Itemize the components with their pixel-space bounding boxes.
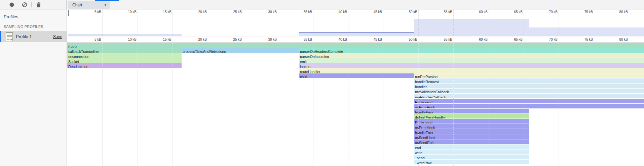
flame-bar[interactable]: processTicksAndRejections	[182, 48, 299, 53]
flame-bar[interactable]: handler	[414, 84, 644, 88]
grid-dashline	[313, 9, 313, 36]
flame-bar[interactable]: emit	[299, 58, 644, 63]
flame-bar-label: handleRequest	[414, 80, 439, 83]
clear-all-icon	[22, 2, 27, 7]
flame-bar[interactable]: handleError	[414, 109, 529, 114]
grid-dashline	[313, 43, 313, 166]
axis-tick-label: 60 kB	[472, 9, 488, 14]
axis-tick-label: 25 kB	[226, 9, 242, 14]
save-link[interactable]: Save	[53, 34, 62, 39]
axis-tick-label: 80 kB	[612, 37, 628, 42]
chart-view-select-label: Chart	[72, 3, 104, 7]
overview-area-segment	[414, 19, 529, 36]
flame-bar-label: _writeRaw	[414, 161, 431, 164]
flame-bar[interactable]: onSendHook	[414, 134, 529, 139]
grid-dashline	[102, 9, 103, 36]
grid-dashline	[383, 43, 383, 166]
chart-view-select[interactable]: Chart ▼	[68, 1, 110, 9]
overview-pane[interactable]: 5 kB10 kB15 kB20 kB25 kB30 kB35 kB40 kB4…	[67, 9, 644, 36]
record-icon	[9, 2, 14, 7]
grid-dashline	[559, 43, 559, 166]
axis-tick-label: 15 kB	[156, 37, 172, 42]
flame-bar-label: processTicksAndRejections	[182, 49, 226, 53]
flame-bar[interactable]: parserOnIncoming	[299, 53, 644, 58]
grid-dashline	[208, 9, 208, 36]
grid-dashline	[453, 43, 454, 166]
flame-bar[interactable]: onSendEnd	[414, 139, 529, 144]
flame-bar[interactable]: end	[414, 144, 529, 149]
flame-bar[interactable]: defaultErrorHandler	[414, 114, 529, 119]
flame-bar[interactable]: Reply.send	[414, 99, 644, 104]
clear-all-button[interactable]	[21, 1, 28, 8]
flame-bar[interactable]: Socket	[67, 58, 182, 63]
flame-bar[interactable]: write_	[414, 150, 529, 154]
axis-tick-label: 15 kB	[156, 9, 172, 14]
toolbar: Chart ▼	[0, 0, 644, 9]
axis-tick-label: 40 kB	[332, 37, 347, 42]
profile-name: Profile 1	[16, 34, 53, 39]
flame-bar-label: Reply.send	[414, 100, 432, 104]
axis-tick-label: 35 kB	[297, 9, 312, 14]
grid-dashline	[418, 9, 419, 36]
flame-bar[interactable]: handleError	[414, 129, 529, 134]
flame-bar[interactable]: preHandlerCallback	[414, 94, 644, 99]
axis-tick-label: 5 kB	[86, 9, 101, 14]
axis-tick-label: 45 kB	[367, 9, 382, 14]
flame-bar-label: callbackTrampoline	[67, 49, 99, 53]
overview-window-left-handle[interactable]	[68, 10, 69, 16]
record-button[interactable]	[8, 1, 15, 8]
chevron-down-icon: ▼	[104, 3, 107, 7]
flame-chart[interactable]: (root)callbackTrampolineprocessTicksAndR…	[67, 43, 644, 166]
flame-bar-label: defaultErrorHandler	[414, 115, 446, 119]
flame-bar-label: parserOnIncoming	[299, 55, 329, 58]
flame-bar[interactable]: Reply.send	[414, 119, 529, 124]
grid-dashline	[524, 43, 524, 166]
profile-list-item[interactable]: % Profile 1 Save	[0, 31, 67, 42]
grid-dashline	[138, 9, 138, 36]
flame-bar-label: handleError	[414, 110, 433, 114]
axis-tick-label: 40 kB	[332, 9, 347, 14]
delete-profile-button[interactable]	[35, 1, 42, 8]
flame-bar-label: handler	[414, 85, 427, 88]
flame-bar[interactable]: _send	[414, 155, 529, 159]
flame-bar-label: handleError	[414, 131, 433, 134]
axis-tick-label: 5 kB	[86, 37, 101, 42]
flame-bar[interactable]: _writeRaw	[414, 160, 529, 164]
axis-tick-label: 10 kB	[121, 37, 137, 42]
axis-tick-label: 75 kB	[577, 9, 593, 14]
flame-bar[interactable]: parserOnHeadersComplete	[299, 48, 644, 53]
flame-bar[interactable]: child	[299, 73, 414, 78]
axis-tick-label: 20 kB	[191, 37, 207, 42]
toolbar-sidebar-divider	[66, 0, 67, 9]
flame-bar-label: preValidationCallback	[414, 90, 449, 93]
profile-icon: %	[6, 32, 13, 41]
grid-dashline	[594, 9, 594, 36]
flame-bar[interactable]: runPreParsing	[414, 73, 644, 78]
flame-bar[interactable]: callbackTrampoline	[67, 48, 182, 53]
grid-dashline	[594, 43, 594, 166]
flame-bar-label: parserOnHeadersComplete	[299, 49, 343, 53]
grid-dashline	[348, 43, 348, 166]
flame-bar[interactable]: onconnection	[67, 53, 182, 58]
flame-bar[interactable]: onErrorHook	[414, 104, 644, 109]
flame-bar-label: preHandlerCallback	[414, 95, 446, 99]
flame-bar[interactable]: (root)	[67, 43, 644, 48]
svg-text:%: %	[10, 38, 12, 41]
flame-bar[interactable]: routeHandler	[299, 68, 644, 73]
axis-tick-label: 55 kB	[437, 9, 452, 14]
axis-tick-label: 65 kB	[507, 37, 523, 42]
flame-bar[interactable]: Readable.on	[67, 63, 182, 68]
flame-bar[interactable]: preValidationCallback	[414, 89, 644, 93]
axis-tick-label: 30 kB	[261, 9, 277, 14]
flame-bar-label: (root)	[67, 44, 77, 48]
grid-dashline	[173, 43, 173, 166]
axis-tick-label: 35 kB	[297, 37, 312, 42]
grid-dashline	[138, 43, 138, 166]
flame-bar[interactable]: handleRequest	[414, 78, 644, 83]
flame-bar[interactable]: onErrorHook	[414, 124, 529, 129]
axis-tick-label: 30 kB	[261, 37, 277, 42]
grid-dashline	[278, 43, 278, 166]
grid-dashline	[559, 9, 559, 36]
flame-bar[interactable]: lookup	[299, 63, 644, 68]
allocation-flame-chart-pane: 5 kB10 kB15 kB20 kB25 kB30 kB35 kB40 kB4…	[67, 9, 644, 166]
